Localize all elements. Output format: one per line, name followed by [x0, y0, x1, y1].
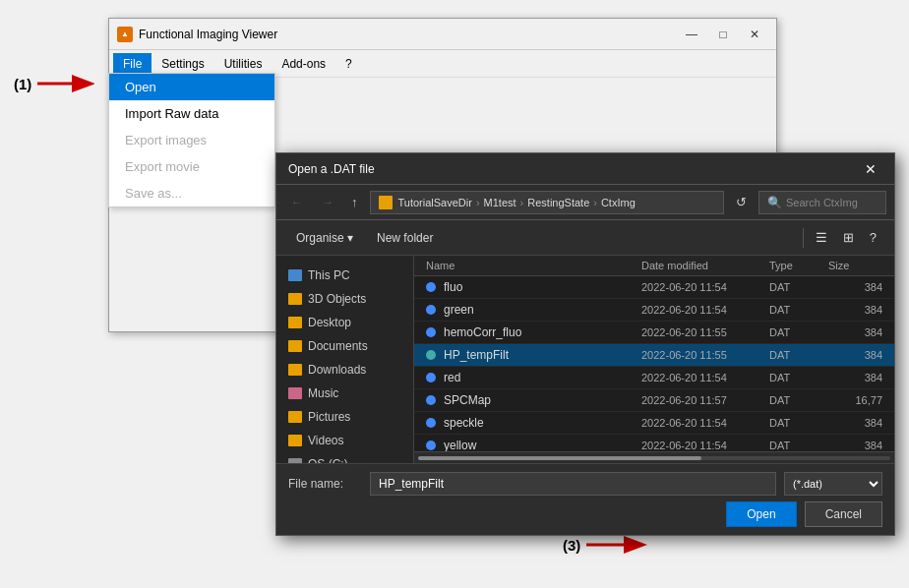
view-help-button[interactable]: ?: [864, 227, 882, 248]
left-item-3d-objects[interactable]: 3D Objects: [276, 287, 413, 311]
file-size-red: 384: [828, 372, 882, 383]
col-name-header[interactable]: Name: [426, 260, 641, 271]
left-item-videos[interactable]: Videos: [276, 429, 413, 452]
file-name-yellow: yellow: [444, 439, 641, 451]
file-row-hp-tempfilt[interactable]: HP_tempFilt 2022-06-20 11:55 DAT 384: [414, 344, 894, 367]
file-size-green: 384: [828, 304, 882, 316]
dialog-bottom: File name: (*.dat) Open Cancel: [276, 463, 894, 535]
left-item-pictures[interactable]: Pictures: [276, 405, 413, 429]
folder-icon: [288, 435, 302, 446]
scroll-thumb[interactable]: [418, 456, 701, 460]
step-3-label: (3): [563, 535, 648, 555]
maximize-button[interactable]: □: [709, 25, 737, 44]
menu-addons[interactable]: Add-ons: [272, 53, 335, 75]
file-row-fluo[interactable]: fluo 2022-06-20 11:54 DAT 384: [414, 276, 894, 299]
file-row-hemocorr[interactable]: hemoCorr_fluo 2022-06-20 11:55 DAT 384: [414, 322, 894, 344]
file-size-hp: 384: [828, 349, 882, 361]
nav-back-button[interactable]: ←: [284, 191, 309, 213]
menu-open[interactable]: Open: [109, 74, 274, 100]
left-item-3d-label: 3D Objects: [308, 292, 366, 306]
breadcrumb-1[interactable]: TutorialSaveDir: [398, 197, 472, 208]
left-item-music-label: Music: [308, 386, 338, 400]
filetype-select[interactable]: (*.dat): [784, 472, 882, 496]
col-type-header[interactable]: Type: [769, 260, 828, 271]
dialog-title: Open a .DAT file: [288, 162, 859, 176]
dialog-title-bar: Open a .DAT file ✕: [276, 153, 894, 185]
left-item-music[interactable]: Music: [276, 382, 413, 405]
menu-import-raw[interactable]: Import Raw data: [109, 100, 274, 127]
scroll-area: [414, 451, 894, 463]
window-controls: — □ ✕: [678, 25, 768, 44]
dialog-close-button[interactable]: ✕: [859, 157, 882, 181]
file-type-red: DAT: [769, 372, 828, 383]
menu-save-as: Save as...: [109, 180, 274, 206]
nav-bar: ← → ↑ TutorialSaveDir › M1test › Resting…: [276, 185, 894, 220]
breadcrumb-sep-1: ›: [476, 197, 480, 208]
breadcrumb-2[interactable]: M1test: [484, 197, 516, 208]
file-type-hp: DAT: [769, 349, 828, 361]
cancel-button[interactable]: Cancel: [805, 501, 882, 527]
left-item-desktop[interactable]: Desktop: [276, 311, 413, 334]
view-grid-button[interactable]: ⊞: [837, 227, 860, 248]
search-placeholder: Search CtxImg: [786, 197, 858, 208]
file-size-speckle: 384: [828, 417, 882, 429]
filename-label: File name:: [288, 477, 362, 491]
left-item-documents-label: Documents: [308, 339, 368, 353]
file-size-hemocorr: 384: [828, 326, 882, 338]
view-list-button[interactable]: ☰: [810, 227, 833, 248]
file-name-fluo: fluo: [444, 280, 641, 294]
file-dot-speckle: [426, 418, 436, 428]
left-item-downloads[interactable]: Downloads: [276, 358, 413, 382]
file-type-green: DAT: [769, 304, 828, 316]
left-item-documents[interactable]: Documents: [276, 334, 413, 358]
file-type-fluo: DAT: [769, 281, 828, 293]
menu-help[interactable]: ?: [335, 53, 362, 75]
breadcrumb-sep-3: ›: [593, 197, 597, 208]
nav-refresh-button[interactable]: ↺: [730, 191, 753, 213]
left-item-this-pc[interactable]: This PC: [276, 264, 413, 287]
menu-settings[interactable]: Settings: [152, 53, 213, 75]
file-size-fluo: 384: [828, 281, 882, 293]
step-1-arrow: [35, 74, 94, 93]
organize-label: Organise ▾: [296, 231, 353, 245]
menu-utilities[interactable]: Utilities: [214, 53, 273, 75]
file-row-red[interactable]: red 2022-06-20 11:54 DAT 384: [414, 367, 894, 389]
file-date-spcmap: 2022-06-20 11:57: [641, 394, 769, 406]
menu-export-movie: Export movie: [109, 153, 274, 180]
col-size-header[interactable]: Size: [828, 260, 882, 271]
filename-input[interactable]: [370, 472, 776, 496]
scroll-track: [418, 456, 890, 460]
col-date-header[interactable]: Date modified: [641, 260, 769, 271]
filename-row: File name: (*.dat): [288, 472, 882, 496]
new-folder-button[interactable]: New folder: [369, 227, 441, 249]
file-dot-hp: [426, 350, 436, 360]
file-date-red: 2022-06-20 11:54: [641, 372, 769, 383]
file-dot-red: [426, 373, 436, 382]
breadcrumb-4[interactable]: CtxImg: [601, 197, 636, 208]
nav-up-button[interactable]: ↑: [345, 191, 364, 213]
nav-forward-button[interactable]: →: [315, 191, 339, 213]
file-list-body: fluo 2022-06-20 11:54 DAT 384 green 2022…: [414, 276, 894, 451]
organize-button[interactable]: Organise ▾: [288, 227, 361, 249]
file-date-fluo: 2022-06-20 11:54: [641, 281, 769, 293]
dialog-toolbar: Organise ▾ New folder ☰ ⊞ ?: [276, 220, 894, 256]
folder-icon: [288, 340, 302, 352]
close-button[interactable]: ✕: [741, 25, 768, 44]
folder-icon: [288, 364, 302, 376]
monitor-icon: [288, 269, 302, 281]
file-row-speckle[interactable]: speckle 2022-06-20 11:54 DAT 384: [414, 412, 894, 435]
file-row-yellow[interactable]: yellow 2022-06-20 11:54 DAT 384: [414, 435, 894, 451]
file-date-hp: 2022-06-20 11:55: [641, 349, 769, 361]
open-button[interactable]: Open: [726, 501, 796, 527]
file-row-green[interactable]: green 2022-06-20 11:54 DAT 384: [414, 299, 894, 322]
file-name-green: green: [444, 303, 641, 317]
step-1-number: (1): [14, 76, 31, 92]
menu-file[interactable]: File: [113, 53, 152, 75]
app-icon: ▲: [117, 27, 133, 42]
breadcrumb-3[interactable]: RestingState: [527, 197, 589, 208]
left-item-videos-label: Videos: [308, 434, 343, 447]
minimize-button[interactable]: —: [678, 25, 705, 44]
file-name-red: red: [444, 371, 641, 384]
left-item-c-drive[interactable]: OS (C:): [276, 452, 413, 463]
file-row-spcmap[interactable]: SPCMap 2022-06-20 11:57 DAT 16,77: [414, 389, 894, 412]
